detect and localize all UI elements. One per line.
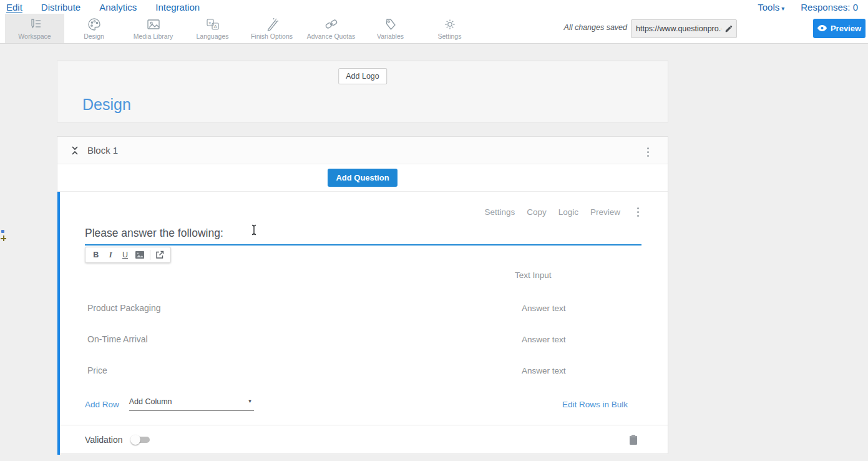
row-label[interactable]: Product Packaging bbox=[87, 303, 161, 313]
nav-item-analytics[interactable]: Analytics bbox=[99, 2, 137, 12]
image-icon bbox=[146, 17, 161, 31]
chain-link-icon bbox=[324, 17, 339, 31]
row-label[interactable]: Price bbox=[87, 365, 107, 375]
matrix-rows: Product Packaging Answer text On-Time Ar… bbox=[85, 292, 641, 386]
insert-image-button[interactable] bbox=[133, 248, 146, 262]
edit-url-pencil-icon[interactable] bbox=[724, 24, 733, 36]
responses-count[interactable]: Responses: 0 bbox=[801, 2, 858, 12]
nav-item-distribute[interactable]: Distribute bbox=[41, 2, 80, 12]
toolbar-item-label: Design bbox=[84, 32, 104, 40]
add-column-dropdown[interactable]: Add Column ▾ bbox=[129, 397, 254, 411]
top-nav: Edit Distribute Analytics Integration To… bbox=[0, 0, 868, 14]
answer-text-field[interactable]: Answer text bbox=[522, 304, 566, 313]
question-actions: Settings Copy Logic Preview bbox=[85, 192, 641, 219]
toolbar-item-label: Workspace bbox=[18, 32, 51, 40]
answer-text-field[interactable]: Answer text bbox=[522, 335, 566, 344]
bold-button[interactable]: B bbox=[89, 248, 102, 262]
nav-item-integration[interactable]: Integration bbox=[155, 2, 200, 12]
validation-label: Validation bbox=[85, 435, 122, 445]
block-menu-kebab-icon[interactable] bbox=[645, 145, 651, 159]
editor-toolbar: Workspace Design Media Library x A Langu… bbox=[0, 14, 868, 44]
nav-item-edit[interactable]: Edit bbox=[6, 2, 22, 12]
block-title: Block 1 bbox=[87, 145, 118, 156]
table-row: Price Answer text bbox=[85, 355, 641, 386]
toolbar-item-label: Languages bbox=[197, 32, 229, 40]
toolbar-right: All changes saved Preview bbox=[568, 14, 868, 44]
toolbar-divider bbox=[150, 250, 150, 260]
underline-button[interactable]: U bbox=[119, 248, 132, 262]
toolbar-item-variables[interactable]: Variables bbox=[361, 14, 420, 43]
question-logic-link[interactable]: Logic bbox=[558, 207, 578, 217]
toolbar-item-workspace[interactable]: Workspace bbox=[5, 14, 64, 43]
question-footer: Validation bbox=[60, 425, 668, 454]
question-title-underline bbox=[85, 244, 641, 245]
row-column-controls: Add Row Add Column ▾ Edit Rows in Bulk bbox=[85, 395, 641, 414]
survey-canvas: Add Logo Design Block 1 Add Question Set… bbox=[57, 44, 668, 454]
add-question-button[interactable]: Add Question bbox=[328, 169, 397, 187]
translate-icon: x A bbox=[205, 17, 220, 31]
toolbar-item-label: Advance Quotas bbox=[307, 32, 356, 40]
toolbar-item-label: Variables bbox=[377, 32, 404, 40]
toolbar-item-media-library[interactable]: Media Library bbox=[124, 14, 183, 43]
tools-menu[interactable]: Tools▾ bbox=[758, 2, 784, 12]
insert-link-button[interactable] bbox=[154, 248, 167, 262]
table-row: Product Packaging Answer text bbox=[85, 292, 641, 324]
question-card: Settings Copy Logic Preview Please answe… bbox=[57, 192, 668, 455]
tag-icon bbox=[383, 17, 398, 31]
eye-icon bbox=[817, 24, 827, 33]
question-preview-link[interactable]: Preview bbox=[590, 207, 620, 217]
toolbar-item-languages[interactable]: x A Languages bbox=[183, 14, 242, 43]
add-row-link[interactable]: Add Row bbox=[85, 400, 119, 409]
toolbar-item-finish-options[interactable]: Finish Options bbox=[242, 14, 301, 43]
block-card: Block 1 Add Question Settings Copy Logic… bbox=[57, 136, 668, 454]
edit-rows-in-bulk-link[interactable]: Edit Rows in Bulk bbox=[562, 400, 628, 409]
validation-toggle[interactable] bbox=[132, 437, 150, 443]
add-question-row: Add Question bbox=[57, 164, 668, 192]
preview-button[interactable]: Preview bbox=[813, 19, 866, 38]
row-label[interactable]: On-Time Arrival bbox=[87, 334, 148, 344]
chevron-down-icon: ▾ bbox=[248, 398, 251, 404]
toolbar-item-label: Media Library bbox=[134, 32, 173, 40]
workspace-icon bbox=[27, 17, 42, 31]
question-copy-link[interactable]: Copy bbox=[527, 207, 547, 217]
svg-text:A: A bbox=[213, 24, 217, 29]
save-status-text: All changes saved bbox=[564, 23, 627, 32]
add-logo-button[interactable]: Add Logo bbox=[338, 68, 387, 84]
toolbar-item-label: Finish Options bbox=[251, 32, 293, 40]
toolbar-item-label: Settings bbox=[438, 32, 462, 40]
text-cursor-icon bbox=[251, 224, 257, 239]
survey-url-input[interactable] bbox=[631, 19, 737, 38]
text-format-toolbar: B I U bbox=[85, 247, 171, 263]
toolbar-item-advance-quotas[interactable]: Advance Quotas bbox=[301, 14, 361, 43]
screen-edge-artifact bbox=[0, 230, 6, 246]
tools-label: Tools bbox=[758, 2, 779, 12]
block-header: Block 1 bbox=[57, 137, 668, 164]
italic-button[interactable]: I bbox=[104, 248, 117, 262]
gear-icon bbox=[442, 17, 457, 31]
toolbar-item-design[interactable]: Design bbox=[64, 14, 124, 43]
palette-icon bbox=[87, 17, 102, 31]
column-header-text-input: Text Input bbox=[515, 270, 641, 280]
preview-label: Preview bbox=[831, 24, 861, 33]
table-row: On-Time Arrival Answer text bbox=[85, 324, 641, 355]
chevron-down-icon: ▾ bbox=[781, 5, 784, 12]
add-column-label: Add Column bbox=[129, 397, 172, 406]
design-panel-title: Design bbox=[82, 96, 131, 114]
answer-text-field[interactable]: Answer text bbox=[522, 366, 566, 375]
svg-text:x: x bbox=[208, 20, 211, 26]
toolbar-item-settings[interactable]: Settings bbox=[420, 14, 479, 43]
question-menu-kebab-icon[interactable] bbox=[635, 205, 641, 219]
delete-question-trash-icon[interactable] bbox=[629, 434, 638, 445]
collapse-block-icon[interactable] bbox=[70, 145, 80, 156]
question-settings-link[interactable]: Settings bbox=[484, 207, 515, 217]
question-title-input[interactable]: Please answer the following: bbox=[85, 227, 223, 239]
design-panel: Add Logo Design bbox=[57, 61, 668, 122]
magic-pen-icon bbox=[265, 17, 280, 31]
